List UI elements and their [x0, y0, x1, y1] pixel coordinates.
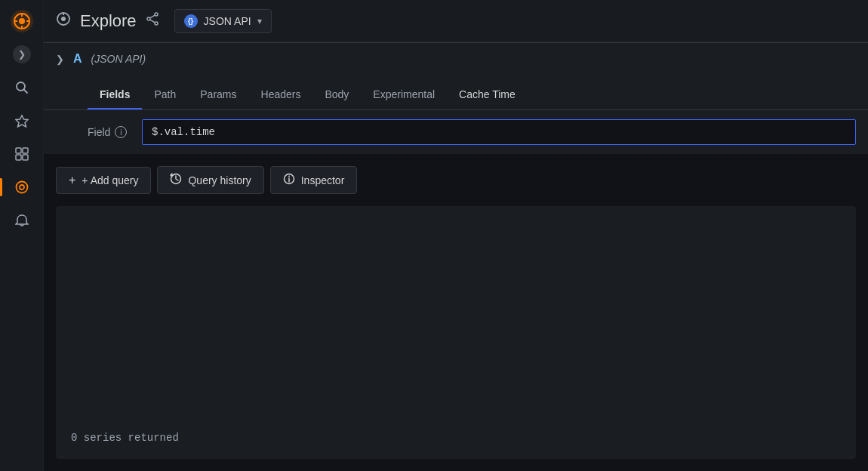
- sidebar-expand-button[interactable]: ❯: [13, 45, 31, 63]
- field-info-icon[interactable]: i: [115, 126, 127, 138]
- svg-rect-13: [23, 155, 28, 160]
- query-label: A: [73, 52, 82, 66]
- results-area: 0 series returned: [56, 206, 856, 459]
- sidebar-item-explore[interactable]: [7, 172, 37, 202]
- collapse-button[interactable]: ❯: [56, 54, 64, 65]
- svg-rect-10: [16, 148, 21, 153]
- topbar: Explore {} JSON API ▾: [44, 0, 868, 42]
- sidebar-item-starred[interactable]: [7, 106, 37, 136]
- tab-experimental[interactable]: Experimental: [361, 81, 447, 109]
- svg-point-27: [288, 176, 290, 177]
- sidebar: ❯: [0, 0, 44, 471]
- svg-point-2: [19, 18, 25, 24]
- tab-path[interactable]: Path: [142, 81, 188, 109]
- query-datasource-name: (JSON API): [91, 53, 146, 65]
- datasource-chevron: ▾: [257, 16, 262, 26]
- action-buttons: + + Add query Query history Insp: [44, 154, 868, 206]
- query-history-icon: [170, 173, 182, 187]
- svg-line-22: [149, 15, 154, 18]
- sidebar-item-alerting[interactable]: [7, 205, 37, 236]
- tab-fields[interactable]: Fields: [88, 81, 142, 109]
- field-row: Field i: [44, 110, 868, 154]
- svg-line-23: [149, 20, 154, 23]
- grafana-logo: [7, 6, 37, 36]
- tab-cache-time[interactable]: Cache Time: [447, 81, 528, 109]
- field-input[interactable]: [142, 119, 856, 145]
- svg-point-15: [20, 185, 24, 189]
- datasource-icon: {}: [184, 14, 198, 28]
- tab-params[interactable]: Params: [188, 81, 248, 109]
- add-query-button[interactable]: + + Add query: [56, 167, 151, 194]
- datasource-label: JSON API: [204, 15, 251, 27]
- main-content: Explore {} JSON API ▾ ❯ A (JSON API): [44, 0, 868, 471]
- tab-headers[interactable]: Headers: [249, 81, 313, 109]
- datasource-selector[interactable]: {} JSON API ▾: [174, 9, 272, 33]
- svg-line-8: [23, 90, 27, 94]
- svg-point-20: [155, 22, 158, 25]
- query-tabs-container: Fields Path Params Headers Body Experime…: [44, 81, 868, 110]
- tab-body[interactable]: Body: [312, 81, 361, 109]
- query-header-area: ❯ A (JSON API): [44, 43, 868, 81]
- svg-rect-11: [23, 148, 28, 153]
- inspector-label: Inspector: [301, 174, 345, 186]
- svg-point-21: [147, 17, 150, 20]
- sidebar-item-dashboards[interactable]: [7, 139, 37, 169]
- field-label: Field i: [88, 126, 133, 138]
- explore-icon: [56, 11, 71, 30]
- inspector-button[interactable]: Inspector: [270, 166, 358, 194]
- results-text: 0 series returned: [71, 432, 179, 444]
- field-label-text: Field: [88, 126, 110, 138]
- svg-point-18: [61, 17, 66, 21]
- svg-rect-12: [16, 155, 21, 160]
- add-query-label: + Add query: [82, 174, 138, 186]
- svg-marker-9: [16, 115, 28, 127]
- svg-point-19: [155, 13, 158, 16]
- sidebar-item-search[interactable]: [7, 72, 37, 103]
- svg-point-14: [16, 182, 27, 193]
- query-history-button[interactable]: Query history: [157, 166, 263, 194]
- page-title: Explore: [80, 11, 137, 31]
- inspector-icon: [283, 173, 295, 187]
- query-tabs: Fields Path Params Headers Body Experime…: [88, 81, 868, 109]
- add-query-icon: +: [69, 174, 75, 187]
- query-history-label: Query history: [188, 174, 251, 186]
- share-icon[interactable]: [146, 12, 159, 29]
